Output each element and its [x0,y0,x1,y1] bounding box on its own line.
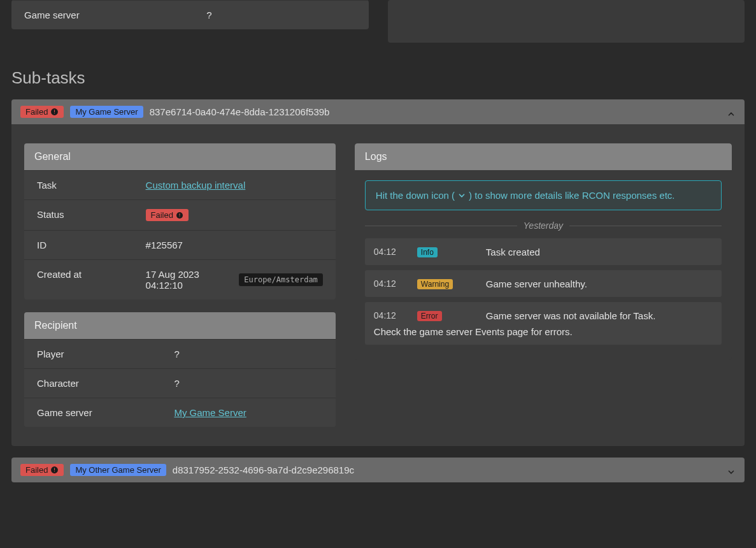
svg-rect-8 [54,471,55,472]
status-badge-failed: Failed [20,106,64,118]
log-level-badge: Warning [417,279,453,289]
subtask-header[interactable]: Failed My Game Server 837e6714-0a40-474e… [11,99,745,124]
table-row: Created at 17 Aug 2023 04:12:10 Europe/A… [24,259,336,299]
chevron-up-icon[interactable] [727,108,736,117]
table-row: Task Custom backup interval [24,170,336,199]
log-level-badge: Info [417,247,438,257]
general-panel: General Task Custom backup interval Stat… [24,143,336,299]
subtask-uuid: d8317952-2532-4696-9a7d-d2c9e296819c [173,465,354,475]
game-server-link[interactable]: My Game Server [174,407,246,418]
status-label: Status [37,209,146,221]
subtask-card: Failed My Other Game Server d8317952-253… [11,458,745,482]
table-row: Game server My Game Server [24,398,336,427]
log-entry[interactable]: 04:12 Info Task created [365,238,722,265]
player-label: Player [37,349,174,359]
log-message: Game server was not available for Task. [486,310,713,321]
log-message: Task created [486,247,713,257]
hint-pre: Hit the down icon ( [376,190,455,201]
log-time: 04:12 [374,278,406,289]
log-time: 04:12 [374,247,406,257]
log-extra: Check the game server Events page for er… [374,326,713,337]
id-value: #125567 [146,240,323,250]
badge-text: Failed [25,465,48,475]
chevron-down-icon [457,191,466,200]
log-entry[interactable]: 04:12 Warning Game server unhealthy. [365,270,722,297]
subtask-uuid: 837e6714-0a40-474e-8dda-1231206f539b [150,106,330,117]
status-badge-failed: Failed [146,209,189,221]
chevron-down-icon[interactable] [727,466,736,475]
logs-heading: Logs [355,143,732,170]
created-label: Created at [37,269,146,291]
svg-rect-5 [179,216,180,217]
logs-divider: Yesterday [365,220,722,231]
gs-label: Game server [37,407,174,418]
log-message: Game server unhealthy. [486,278,713,289]
subtask-body: General Task Custom backup interval Stat… [11,124,745,446]
table-row: Player ? [24,339,336,368]
general-heading: General [24,143,336,170]
badge-text: Failed [25,107,48,117]
partial-table-top: Game server ? [11,0,369,29]
recipient-panel: Recipient Player ? Character ? Game serv… [24,312,336,427]
character-value: ? [174,378,322,389]
hint-post: ) to show more details like RCON respons… [469,190,674,201]
table-row-game-server: Game server ? [11,0,369,29]
divider-text: Yesterday [524,220,563,231]
task-link[interactable]: Custom backup interval [146,180,246,191]
status-badge-failed: Failed [20,464,64,476]
alert-icon [50,108,59,116]
svg-rect-1 [54,110,55,112]
created-value: 17 Aug 2023 04:12:10 [146,269,233,291]
subtask-card: Failed My Game Server 837e6714-0a40-474e… [11,99,745,446]
subtask-header[interactable]: Failed My Other Game Server d8317952-253… [11,458,745,482]
log-level-badge: Error [417,311,442,321]
recipient-heading: Recipient [24,312,336,339]
svg-rect-4 [179,213,180,216]
logs-hint: Hit the down icon () to show more detail… [365,180,722,210]
svg-rect-2 [54,113,55,113]
timezone-badge: Europe/Amsterdam [239,273,323,286]
section-title: Sub-tasks [11,68,745,88]
id-label: ID [37,240,146,250]
table-row: ID #125567 [24,230,336,259]
log-entry[interactable]: 04:12 Error Game server was not availabl… [365,302,722,345]
badge-text: Failed [151,210,173,220]
alert-icon [176,212,183,219]
server-badge: My Other Game Server [70,464,166,476]
server-badge: My Game Server [70,106,143,118]
svg-rect-7 [54,468,55,470]
table-row: Character ? [24,368,336,398]
alert-icon [50,466,59,474]
logs-placeholder-top [388,0,745,43]
log-time: 04:12 [374,310,406,321]
character-label: Character [37,378,174,389]
logs-panel: Logs Hit the down icon () to show more d… [355,143,732,360]
player-value: ? [174,349,322,359]
task-label: Task [37,180,146,191]
game-server-value: ? [206,10,355,20]
table-row: Status Failed [24,199,336,230]
game-server-label: Game server [24,10,206,20]
